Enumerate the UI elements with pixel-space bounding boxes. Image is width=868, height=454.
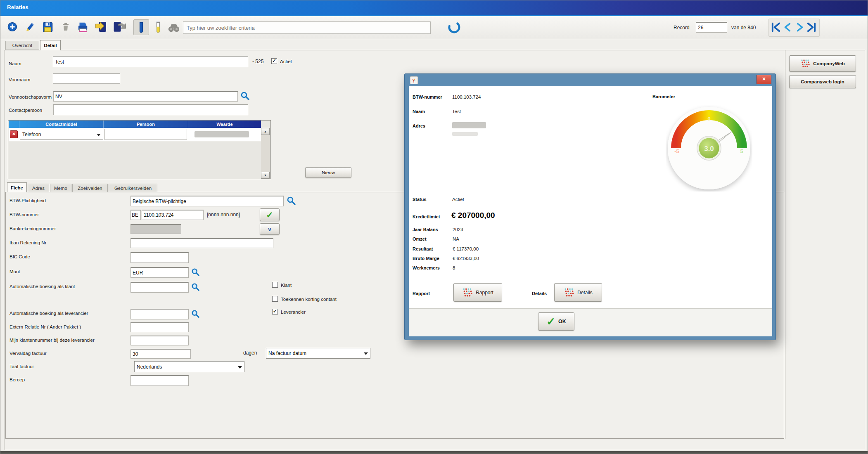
delete-row-button[interactable]: ✕	[10, 130, 18, 138]
nav-first-button[interactable]	[770, 21, 782, 33]
nieuw-button[interactable]: Nieuw	[305, 167, 351, 178]
import-button[interactable]	[95, 20, 108, 33]
vervaldag-input[interactable]: 30	[130, 349, 191, 359]
bankrekening-input[interactable]	[130, 224, 181, 234]
actief-checkbox[interactable]	[271, 58, 277, 64]
resultaat-value: € 117370,00	[453, 246, 479, 251]
gauge-min-tick: -5	[674, 148, 679, 154]
rapport-button-label: Rapport	[476, 290, 493, 296]
record-number-input[interactable]: 26	[696, 22, 727, 33]
taal-factuur-label: Taal factuur	[9, 364, 34, 369]
omzet-label: Omzet	[413, 236, 427, 241]
table-scrollbar[interactable]	[261, 128, 270, 179]
companyweb-logo-icon	[462, 287, 473, 298]
btw-format-hint: [nnnn.nnn.nnn]	[207, 212, 240, 218]
leverancier-checkbox[interactable]	[272, 309, 278, 314]
auto-leverancier-lookup-button[interactable]	[191, 310, 200, 319]
nav-last-button[interactable]	[806, 21, 817, 33]
companyweb-logo-icon	[564, 287, 574, 298]
contact-table-header: Contactmiddel Persoon Waarde	[9, 121, 261, 128]
klantennummer-input[interactable]	[130, 336, 189, 345]
extern-relatie-input[interactable]	[130, 322, 189, 332]
dialog-titlebar[interactable]: ×	[405, 74, 776, 86]
naam-input[interactable]: Test	[53, 56, 248, 67]
details-button[interactable]: Details	[554, 283, 602, 302]
rapport-button[interactable]: Rapport	[453, 283, 502, 302]
print-button[interactable]	[76, 21, 89, 33]
filter-toggle-alt[interactable]	[154, 21, 162, 33]
subtab-memo[interactable]: Memo	[50, 184, 71, 192]
iban-label: Iban Rekening Nr	[9, 240, 47, 245]
vervaldag-type-select[interactable]: Na factuur datum	[266, 348, 370, 359]
naam-label: Naam	[9, 61, 21, 66]
dialog-close-button[interactable]: ×	[757, 75, 771, 84]
iban-input[interactable]	[130, 238, 273, 248]
tab-detail[interactable]: Detail	[40, 40, 61, 50]
scroll-down-button[interactable]: ▼	[261, 172, 270, 179]
save-floppy-icon	[42, 21, 53, 33]
scroll-up-button[interactable]: ▲	[261, 128, 270, 135]
bic-input[interactable]	[130, 252, 189, 263]
btw-plichtigheid-lookup-button[interactable]	[286, 196, 296, 206]
header-persoon[interactable]: Persoon	[104, 121, 188, 128]
nav-prev-icon	[783, 21, 793, 33]
voornaam-input[interactable]	[53, 73, 120, 84]
companyweb-dialog: × BTW-nummer 1100.103.724 Naam Test Adre…	[404, 73, 776, 340]
barometer-label: Barometer	[652, 94, 675, 99]
companyweb-logo-icon	[800, 59, 810, 69]
bankrekening-expand-button[interactable]: v	[260, 223, 280, 235]
klant-checkbox[interactable]	[272, 282, 278, 288]
subtab-fiche[interactable]: Fiche	[7, 182, 27, 192]
klant-label: Klant	[281, 283, 292, 288]
munt-lookup-button[interactable]	[191, 268, 200, 277]
subtab-adres[interactable]: Adres	[28, 184, 49, 192]
filter-toggle-active[interactable]	[133, 19, 149, 35]
taal-factuur-select[interactable]: Nederlands	[134, 361, 244, 372]
taal-factuur-value: Nederlands	[137, 364, 162, 370]
dialog-icon	[410, 76, 418, 84]
korting-checkbox[interactable]	[272, 296, 278, 302]
brutomarge-label: Bruto Marge	[413, 256, 439, 261]
record-total-label: van de 840	[731, 25, 756, 31]
contactmiddel-select[interactable]: Telefoon	[20, 129, 103, 140]
werknemers-label: Werknemers	[413, 265, 440, 270]
auto-klant-input[interactable]	[130, 282, 189, 293]
actief-label: Actief	[280, 59, 292, 64]
companyweb-login-button[interactable]: Companyweb login	[789, 75, 856, 88]
munt-input[interactable]: EUR	[130, 267, 189, 278]
refresh-spinner-icon[interactable]	[447, 20, 461, 34]
contactmiddel-value: Telefoon	[22, 132, 41, 137]
subtab-gebruikersvelden[interactable]: Gebruikersvelden	[109, 184, 157, 192]
nav-prev-button[interactable]	[783, 21, 793, 33]
auto-klant-lookup-button[interactable]	[191, 283, 200, 292]
add-record-button[interactable]	[7, 21, 19, 33]
subtab-zoekvelden[interactable]: Zoekvelden	[72, 184, 108, 192]
vennootschapsvorm-lookup-button[interactable]	[240, 91, 250, 101]
nav-next-button[interactable]	[794, 21, 805, 33]
delete-record-button[interactable]	[61, 22, 71, 32]
vennootschapsvorm-input[interactable]: NV	[53, 91, 238, 102]
vervaldag-label: Vervaldag factuur	[9, 351, 47, 356]
ok-button[interactable]: ✓ OK	[538, 312, 574, 331]
beroep-input[interactable]	[130, 375, 189, 386]
header-waarde[interactable]: Waarde	[188, 121, 261, 128]
header-contactmiddel[interactable]: Contactmiddel	[19, 121, 104, 128]
btw-nummer-input[interactable]: 1100.103.724	[142, 210, 204, 220]
btw-validate-button[interactable]: ✓	[260, 208, 280, 221]
auto-leverancier-input[interactable]	[130, 309, 189, 319]
edit-record-button[interactable]	[24, 21, 35, 33]
extern-relatie-label: Extern Relatie Nr ( Ander Pakket )	[9, 324, 81, 329]
contactpersoon-input[interactable]	[53, 104, 248, 115]
export-button[interactable]	[113, 20, 127, 33]
search-input[interactable]	[183, 21, 431, 34]
tab-overzicht[interactable]: Overzicht	[5, 41, 39, 50]
persoon-input[interactable]	[104, 129, 187, 140]
bankrekening-label: Bankrekeningnummer	[9, 226, 56, 231]
resultaat-label: Resultaat	[413, 246, 433, 251]
magnifier-icon	[240, 91, 250, 101]
right-strip-divider	[785, 50, 785, 439]
save-record-button[interactable]	[42, 21, 53, 33]
relation-id: - 525	[252, 59, 263, 64]
btw-plichtigheid-input[interactable]: Belgische BTW-plichtige	[130, 196, 284, 206]
companyweb-button[interactable]: CompanyWeb	[789, 55, 856, 72]
